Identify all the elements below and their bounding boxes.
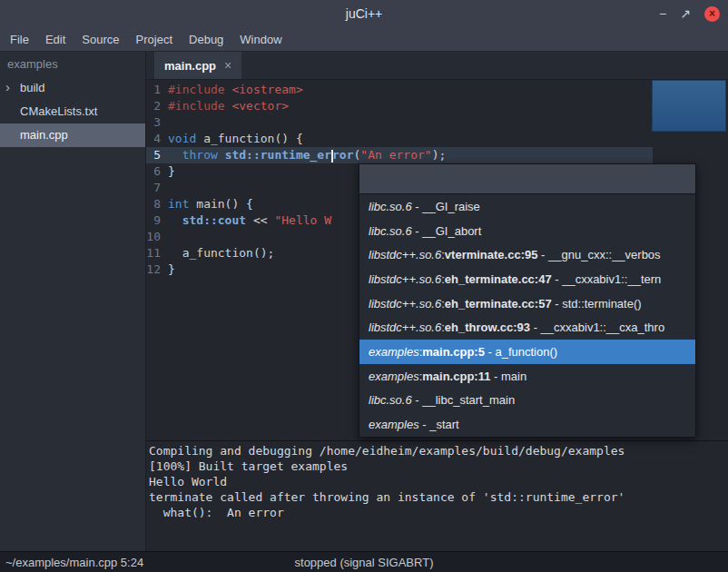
code-text: std::cout << "Hello W <box>168 212 331 229</box>
tree-item-label: main.cpp <box>20 128 68 142</box>
frame-text: - std::terminate() <box>552 297 642 311</box>
code-token: "An error" <box>360 148 431 162</box>
frame-text: - __libc_start_main <box>412 393 515 407</box>
window-controls: − ↗ × <box>659 0 720 27</box>
code-line-4[interactable]: 4void a_function() { <box>146 131 728 147</box>
close-button[interactable]: × <box>704 6 720 22</box>
frame-text: libstdc++.so.6 <box>369 297 441 311</box>
frame-text: main.cpp:5 <box>422 345 485 359</box>
code-token <box>168 148 182 162</box>
tab-main-cpp[interactable]: main.cpp × <box>154 52 241 79</box>
output-panel[interactable]: Compiling and debugging /home/eidheim/ex… <box>146 440 728 551</box>
code-token: <vector> <box>231 99 289 113</box>
menu-edit[interactable]: Edit <box>37 33 74 46</box>
stack-frame-row[interactable]: examples - _start <box>359 412 695 437</box>
frame-text: libc.so.6 <box>369 224 412 238</box>
menu-project[interactable]: Project <box>128 33 181 46</box>
frame-text: - __GI_abort <box>412 224 482 238</box>
code-text: throw std::runtime_error("An error"); <box>168 147 446 163</box>
code-token: #include <box>168 83 231 96</box>
blue-popup <box>652 80 726 132</box>
frame-text: libc.so.6 <box>369 393 412 407</box>
code-token: a_function(); <box>168 246 274 260</box>
code-token: void <box>168 132 196 145</box>
code-text: } <box>168 261 175 278</box>
code-token: ror <box>332 148 353 162</box>
code-token: main() { <box>189 197 252 211</box>
stack-frame-popup: libc.so.6 - __GI_raiselibc.so.6 - __GI_a… <box>359 163 696 438</box>
code-line-2[interactable]: 2#include <vector> <box>146 98 728 114</box>
line-number: 11 <box>146 245 168 261</box>
output-line: terminate called after throwing an insta… <box>149 489 728 505</box>
code-token: } <box>168 164 175 178</box>
stack-frame-row[interactable]: libstdc++.so.6:eh_terminate.cc:57 - std:… <box>359 291 695 316</box>
code-token: a_function() { <box>196 132 302 145</box>
tree-item-main-cpp[interactable]: main.cpp <box>0 123 145 147</box>
tabbar: main.cpp × <box>146 52 728 80</box>
code-token: throw <box>182 148 218 162</box>
minimize-button[interactable]: − <box>659 7 666 20</box>
frame-text: - a_function() <box>485 345 557 359</box>
status-file-position: ~/examples/main.cpp 5:24 <box>5 556 143 569</box>
stack-frame-row[interactable]: libstdc++.so.6:eh_throw.cc:93 - __cxxabi… <box>359 316 695 340</box>
stack-frame-row[interactable]: libstdc++.so.6:vterminate.cc:95 - __gnu_… <box>359 242 695 267</box>
output-line: Compiling and debugging /home/eidheim/ex… <box>149 443 728 459</box>
code-token: std::cout <box>182 213 246 227</box>
popup-header <box>359 164 695 194</box>
line-number: 5 <box>146 147 168 163</box>
editor-column: main.cpp × 1#include <iostream>2#include… <box>146 52 728 551</box>
code-editor[interactable]: 1#include <iostream>2#include <vector>34… <box>146 80 728 440</box>
tree-item-label: CMakeLists.txt <box>20 104 97 118</box>
tree-item-cmakelists-txt[interactable]: CMakeLists.txt <box>0 100 145 123</box>
code-line-5[interactable]: 5 throw std::runtime_error("An error"); <box>146 147 728 163</box>
frame-text: eh_terminate.cc:47 <box>445 272 552 286</box>
code-token: } <box>168 262 175 276</box>
frame-text: libstdc++.so.6 <box>369 272 441 286</box>
line-number: 12 <box>146 261 168 278</box>
tab-close-icon[interactable]: × <box>224 58 231 73</box>
frame-text: main.cpp:11 <box>422 370 490 383</box>
line-number: 10 <box>146 229 168 245</box>
output-line: what(): An error <box>149 505 728 520</box>
status-debug-state: stopped (signal SIGABRT) <box>295 556 434 569</box>
code-text: void a_function() { <box>168 131 303 147</box>
menu-window[interactable]: Window <box>231 33 290 46</box>
stack-frame-row[interactable]: libstdc++.so.6:eh_terminate.cc:47 - __cx… <box>359 267 695 291</box>
stack-frame-row[interactable]: examples:main.cpp:11 - main <box>359 364 695 389</box>
code-line-1[interactable]: 1#include <iostream> <box>146 82 728 98</box>
menu-file[interactable]: File <box>2 33 37 46</box>
frame-text: - __cxxabiv1::__tern <box>552 272 662 286</box>
project-header: examples <box>0 52 145 76</box>
titlebar[interactable]: juCi++ − ↗ × <box>0 0 728 27</box>
code-token: #include <box>168 99 231 113</box>
code-text: #include <vector> <box>168 98 289 114</box>
code-token: << <box>246 213 274 227</box>
stack-frame-row[interactable]: examples:main.cpp:5 - a_function() <box>359 340 695 364</box>
main-area: examples ›buildCMakeLists.txtmain.cpp ma… <box>0 52 728 551</box>
tab-label: main.cpp <box>164 59 216 73</box>
frame-text: eh_throw.cc:93 <box>445 321 530 334</box>
stack-frame-row[interactable]: libc.so.6 - __GI_abort <box>359 219 695 243</box>
statusbar: ~/examples/main.cpp 5:24 stopped (signal… <box>0 551 728 572</box>
menu-source[interactable]: Source <box>74 33 127 46</box>
app-window: juCi++ − ↗ × FileEditSourceProjectDebugW… <box>0 0 728 572</box>
maximize-button[interactable]: ↗ <box>680 7 691 20</box>
line-number: 3 <box>146 114 168 131</box>
line-number: 2 <box>146 98 168 114</box>
code-line-3[interactable]: 3 <box>146 114 728 131</box>
menubar: FileEditSourceProjectDebugWindow <box>0 27 728 52</box>
frame-text: - __GI_raise <box>412 200 480 213</box>
frame-text: examples <box>369 370 419 383</box>
code-token: int <box>168 197 189 211</box>
frame-text: eh_terminate.cc:57 <box>445 297 552 311</box>
tree-item-label: build <box>20 81 44 94</box>
line-number: 4 <box>146 131 168 147</box>
frame-text: libstdc++.so.6 <box>369 321 441 334</box>
frame-text: - __gnu_cxx::__verbos <box>537 248 660 261</box>
code-text: a_function(); <box>168 245 274 261</box>
stack-frame-row[interactable]: libc.so.6 - __libc_start_main <box>359 389 695 413</box>
tree-item-build[interactable]: ›build <box>0 76 145 100</box>
menu-debug[interactable]: Debug <box>181 33 231 46</box>
chevron-right-icon: › <box>5 75 10 99</box>
stack-frame-row[interactable]: libc.so.6 - __GI_raise <box>359 194 695 219</box>
